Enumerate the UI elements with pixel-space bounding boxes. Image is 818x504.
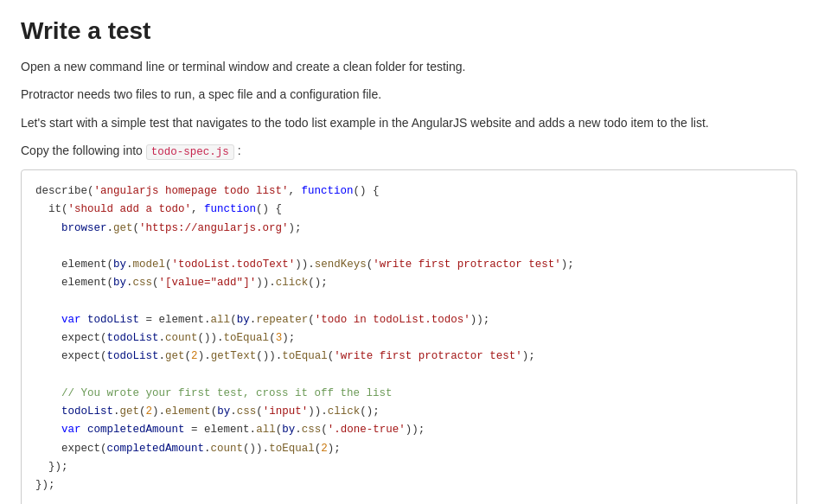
paragraph-2: Protractor needs two files to run, a spe… [21,85,797,104]
copy-instruction: Copy the following into todo-spec.js : [21,141,797,161]
filename-inline-code: todo-spec.js [146,144,234,160]
code-block: describe('angularjs homepage todo list',… [21,169,797,504]
paragraph-1: Open a new command line or terminal wind… [21,57,797,76]
paragraph-3: Let's start with a simple test that navi… [21,113,797,132]
page-title: Write a test [21,17,797,45]
